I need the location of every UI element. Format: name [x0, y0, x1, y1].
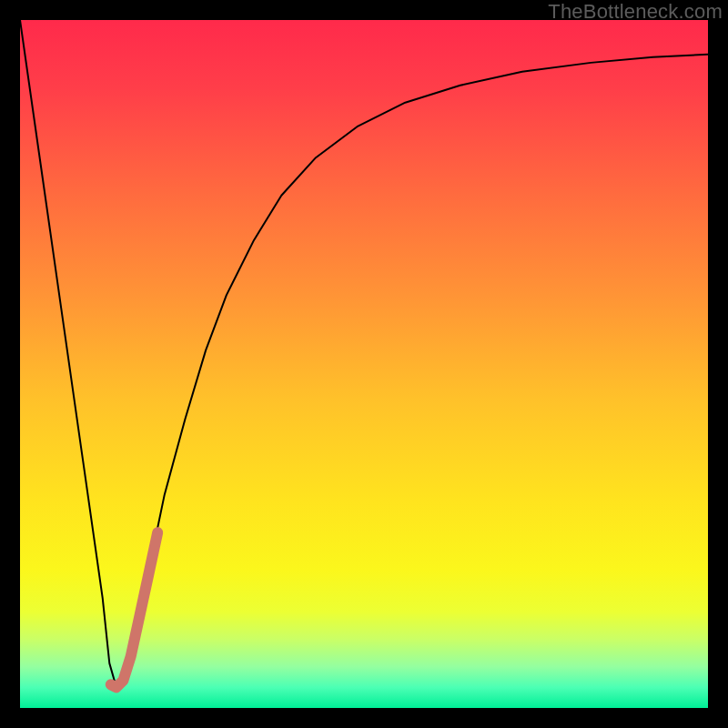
chart-lines	[20, 20, 708, 708]
watermark-text: TheBottleneck.com	[548, 0, 723, 24]
accent-segment	[111, 532, 157, 687]
chart-frame: TheBottleneck.com	[0, 0, 728, 728]
plot-area	[20, 20, 708, 708]
bottleneck-curve	[20, 20, 708, 687]
